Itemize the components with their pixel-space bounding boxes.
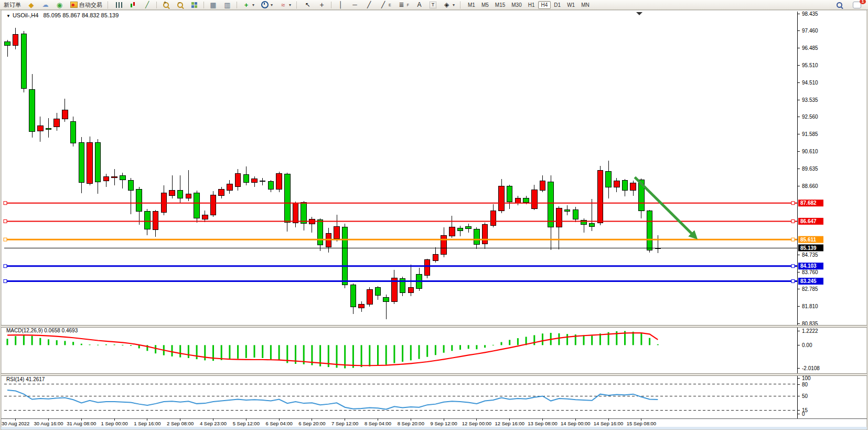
candlestick-chart-button[interactable] [126,0,140,10]
time-axis-label: 14 Sep 16:00 [594,421,624,426]
macd-histogram-bar [23,335,25,345]
macd-histogram-bar [419,345,420,359]
period-button[interactable]: ▾ [258,0,275,10]
candle-body [424,259,430,275]
candle-body [449,227,455,236]
macd-histogram-bar [254,345,255,358]
zoom-in-icon: + [163,2,169,8]
chart-canvas[interactable]: 98.43597.46096.48595.51094.51093.53592.5… [0,0,868,430]
bar-chart-button[interactable] [112,0,125,10]
timeframe-M1[interactable]: M1 [465,1,478,9]
toolbar-grip[interactable] [460,2,462,8]
hline-button[interactable]: ─ [348,0,361,10]
chart-window [1,10,867,430]
toolbar-grip[interactable] [108,2,110,8]
macd-histogram-bar [204,345,206,360]
fibonacci-icon: ≣ [398,1,405,9]
line-handle[interactable] [791,202,795,205]
main-toolbar: 新订单 ◆ ☁ ◉ 自动交易 ╱ + − ▦ ▥ +▾ ▾ ≈▾ ↖ + │ ─… [0,0,868,10]
text-button[interactable]: A [413,0,426,10]
template-button[interactable]: ≈▾ [276,0,294,10]
macd-histogram-bar [468,345,469,349]
community-button[interactable]: ☁ [39,0,52,10]
channel-button[interactable]: ╱E [377,0,394,10]
timeframe-H1[interactable]: H1 [525,1,538,9]
candle-body [548,182,554,227]
timeframe-MN[interactable]: MN [578,1,593,9]
time-axis-label: 31 Aug 08:00 [67,421,96,426]
candlestick-icon [130,2,136,8]
timeframe-M15[interactable]: M15 [492,1,508,9]
search-button[interactable] [833,0,846,10]
candle-body [120,176,126,180]
pane-splitter[interactable] [1,373,867,375]
candle-body [210,195,216,215]
candle-body [136,190,142,212]
candle-body [112,177,117,178]
macd-histogram-bar [533,335,535,345]
macd-histogram-bar [484,345,486,348]
add-indicator-button[interactable]: +▾ [240,0,257,10]
macd-histogram-bar [410,345,412,360]
candle-body [128,181,134,191]
text-label-button[interactable]: T [427,1,439,9]
time-axis-label: 12 Sep 00:00 [462,421,492,426]
new-order-button[interactable]: 新订单 [1,0,24,10]
arrange-button-1[interactable]: ▦ [207,0,220,10]
candle-body [630,183,636,191]
candle-body [556,208,562,227]
timeframe-W1[interactable]: W1 [564,1,578,9]
notifications-button[interactable]: 1 [850,1,864,9]
line-handle[interactable] [4,238,7,241]
pane-splitter[interactable] [1,325,867,327]
time-axis-label: 4 Sep 23:00 [200,421,227,426]
candle-body [169,191,175,196]
signal-button[interactable]: ◉ [53,0,66,10]
candle-body [46,129,51,130]
gold-order-icon[interactable]: ◆ [25,0,38,10]
line-handle[interactable] [4,219,7,223]
line-chart-button[interactable]: ╱ [141,0,154,10]
tile-windows-button[interactable] [188,0,201,10]
cloud-icon: ☁ [41,1,49,9]
candle-body [103,177,109,181]
zoom-out-button[interactable]: − [174,0,187,10]
macd-histogram-bar [39,338,41,345]
price-axis-label: 83.760 [802,269,818,275]
channel-icon: ╱ [379,1,387,9]
candle-body [564,210,570,212]
toolbar-grip[interactable] [296,2,298,8]
macd-histogram-bar [130,345,132,345]
macd-histogram-bar [245,345,247,358]
macd-histogram-bar [114,344,115,345]
timeframe-H4[interactable]: H4 [538,1,551,9]
candle-body [54,119,60,127]
line-handle[interactable] [791,238,795,241]
notification-badge: 1 [860,0,866,4]
timeframe-M30[interactable]: M30 [508,1,524,9]
cursor-button[interactable]: ↖ [301,0,314,10]
fibonacci-button[interactable]: ≣F [395,0,412,10]
line-handle[interactable] [791,219,795,223]
line-handle[interactable] [791,265,795,268]
macd-histogram-bar [7,339,8,345]
timeframe-M5[interactable]: M5 [478,1,492,9]
line-handle[interactable] [4,202,7,205]
candle-body [87,143,93,183]
arrange-button-2[interactable]: ▥ [221,0,234,10]
vline-button[interactable]: │ [334,0,347,10]
crosshair-button[interactable]: + [315,0,328,10]
trendline-button[interactable]: ╱ [362,0,376,10]
line-handle[interactable] [4,280,7,283]
shapes-button[interactable]: ◈▾ [440,0,457,10]
price-line-badge-label: 87.682 [800,200,817,206]
line-handle[interactable] [4,265,7,268]
timeframe-D1[interactable]: D1 [551,1,564,9]
shapes-icon: ◈ [443,1,451,9]
candle-body [145,212,151,229]
zoom-in-button[interactable]: + [159,0,173,10]
line-handle[interactable] [791,280,795,283]
auto-trading-button[interactable]: 自动交易 [67,0,105,10]
chart-title-caret-icon[interactable]: ▼ [6,14,10,18]
time-axis-label: 30 Aug 16:00 [34,421,63,426]
